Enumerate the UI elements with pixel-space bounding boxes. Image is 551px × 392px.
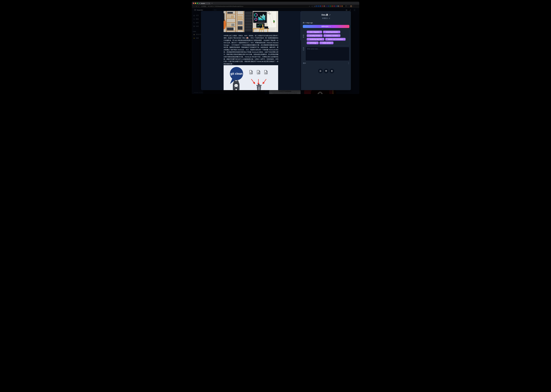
tags-label: 标签: [303, 29, 304, 45]
tag-pill[interactable]: encoding formats ×: [307, 34, 323, 37]
bookmark-title: Deo.典: [321, 14, 328, 16]
trash-icon: [331, 70, 333, 72]
tag-remove-icon[interactable]: ×: [339, 31, 339, 33]
tags-container: video integration × streaming protocols …: [305, 29, 349, 45]
reader-content: 中年男人的三大爱好：充电头、NAS、软路由。这三大爱好不仅为我们的生活带来了便利…: [201, 11, 301, 90]
sparkles-icon: [320, 42, 322, 43]
delete-button[interactable]: [330, 69, 334, 73]
tag-remove-icon[interactable]: ×: [323, 39, 323, 40]
browser-tab-strip: Hoarder × +: [192, 2, 359, 5]
tag-remove-icon[interactable]: ×: [332, 42, 332, 44]
tag-remove-icon[interactable]: ×: [344, 39, 345, 40]
tag-pill[interactable]: monitoring data flow ×: [307, 38, 324, 41]
tag-pill[interactable]: streaming protocols ×: [323, 31, 340, 33]
chevrons-up-down-icon[interactable]: [348, 63, 349, 64]
notes-label: 笔记: [303, 47, 304, 61]
archive-button[interactable]: [324, 69, 329, 73]
tag-pill[interactable]: media servers ×: [319, 42, 333, 44]
sparkles-icon: [324, 31, 325, 33]
tag-remove-icon[interactable]: ×: [321, 35, 322, 36]
new-tab-button[interactable]: +: [212, 2, 212, 4]
screenshot-stage: Hoarder × + ← → ⟳ ⌂ ⚠不安全 192.168.31.7:33…: [190, 0, 361, 98]
star-icon: [319, 70, 321, 72]
bookmark-detail-panel: Deo.典 查看原文 4 days ago 使用AI总结: [301, 11, 351, 90]
sparkles-icon: [308, 42, 309, 43]
tag-remove-icon[interactable]: ×: [317, 42, 318, 44]
forward-button[interactable]: →: [192, 5, 359, 8]
sparkles-icon: [308, 35, 309, 36]
close-window-icon[interactable]: [193, 3, 194, 4]
browser-toolbar: ← → ⟳ ⌂ ⚠不安全 192.168.31.7:3333/dashboard…: [192, 5, 359, 8]
window-controls[interactable]: [193, 3, 198, 4]
sparkles-icon: [326, 39, 327, 40]
tag-pill[interactable]: video integration ×: [307, 31, 322, 33]
reader-scrollbar[interactable]: [300, 11, 301, 90]
bookmark-date: 4 days ago: [305, 22, 313, 24]
browser-window: Hoarder × + ← → ⟳ ⌂ ⚠不安全 192.168.31.7:33…: [192, 2, 359, 94]
hoarder-favicon-icon: [199, 3, 200, 4]
tag-pill[interactable]: devices and connections ×: [325, 38, 346, 41]
sparkles-icon: [329, 26, 331, 27]
archive-icon: [325, 70, 327, 72]
external-link-icon: [329, 18, 330, 19]
maximize-window-icon[interactable]: [197, 3, 198, 4]
browser-tab[interactable]: Hoarder ×: [198, 2, 210, 5]
favorite-button[interactable]: [318, 69, 323, 73]
attachments-label: 附件: [303, 62, 306, 64]
comic-bubble-text: git clean: [230, 72, 243, 75]
article-text: 中年男人的三大爱好：充电头、NAS、软路由。这三大爱好不仅为我们的生活带来了便利…: [224, 35, 278, 65]
tag-remove-icon[interactable]: ×: [320, 31, 321, 33]
tag-pill[interactable]: business scenarios ×: [324, 34, 340, 37]
tag-pill[interactable]: technology ×: [307, 42, 318, 44]
edit-title-pencil-icon[interactable]: [329, 14, 331, 16]
minimize-window-icon[interactable]: [195, 3, 196, 4]
ai-summarize-button[interactable]: 使用AI总结: [303, 25, 349, 28]
sparkles-icon: [325, 35, 326, 36]
tag-remove-icon[interactable]: ×: [339, 35, 339, 36]
article-comic-image: git clean: [224, 65, 278, 90]
bookmark-preview-modal: 中年男人的三大爱好：充电头、NAS、软路由。这三大爱好不仅为我们的生活带来了便利…: [201, 11, 351, 90]
tab-title: Hoarder: [201, 3, 208, 4]
view-original-link[interactable]: 查看原文: [303, 17, 349, 19]
notes-input[interactable]: [305, 47, 349, 61]
article-hero-image: [224, 11, 278, 32]
sparkles-icon: [308, 39, 309, 40]
calendar-icon: [303, 22, 304, 24]
tab-close-icon[interactable]: ×: [209, 3, 210, 4]
hoarder-app: hoarder 搜索 d: [192, 8, 359, 94]
sparkles-icon: [308, 31, 309, 33]
